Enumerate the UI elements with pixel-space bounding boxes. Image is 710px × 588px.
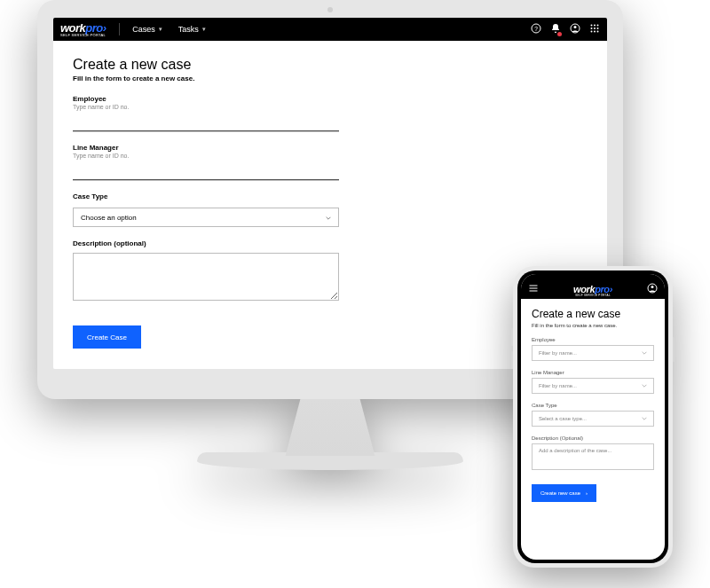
description-label: Description (optional) [73,239,588,247]
topbar-icons: ? [531,23,600,35]
svg-point-4 [591,25,593,27]
nav-tasks-label: Tasks [178,25,199,34]
divider [119,23,120,35]
line-manager-label: Line Manager [73,144,588,152]
case-type-value: Choose an option [81,214,137,222]
brand-tagline: SELF SERVICE PORTAL [575,294,611,297]
line-manager-label: Line Manager [532,370,654,375]
nav-tasks[interactable]: Tasks ▾ [178,25,206,34]
description-field: Description (Optional) Add a description… [532,435,654,470]
nav-cases[interactable]: Cases ▾ [132,25,162,34]
svg-point-7 [591,27,593,29]
phone-screen: workpro› SELF SERVICE PORTAL Create a ne… [521,274,665,560]
phone-frame: workpro› SELF SERVICE PORTAL Create a ne… [513,266,673,568]
employee-label: Employee [532,337,654,342]
phone-volume-down [511,351,513,369]
svg-point-5 [594,25,596,27]
chevron-down-icon [326,215,331,220]
account-icon[interactable] [570,23,580,35]
case-type-select[interactable]: Select a case type... [532,411,654,427]
description-label: Description (Optional) [532,435,654,441]
hamburger-icon[interactable] [528,281,539,297]
employee-field: Employee Type name or ID no. [73,95,588,131]
chevron-down-icon [642,416,647,421]
employee-field: Employee Filter by name... [532,337,654,361]
case-type-field: Case Type Choose an option [73,192,588,227]
svg-point-9 [597,27,599,29]
case-type-label: Case Type [73,192,588,200]
svg-point-17 [651,286,654,288]
line-manager-placeholder: Filter by name... [539,383,577,388]
description-field: Description (optional) [73,239,588,304]
account-icon[interactable] [647,281,658,297]
apps-grid-icon[interactable] [589,23,600,35]
desktop-topbar: work pro › SELF SERVICE PORTAL Cases ▾ T [53,18,607,41]
help-icon[interactable]: ? [531,23,541,35]
chevron-right-icon: › [586,490,588,496]
case-type-label: Case Type [532,403,654,408]
page-title: Create a new case [532,308,654,320]
brand-logo: workpro› SELF SERVICE PORTAL [573,284,612,297]
create-case-button[interactable]: Create Case [73,325,141,349]
create-case-button-label: Create Case [87,333,127,341]
create-new-case-button-label: Create new case [540,490,580,496]
case-type-placeholder: Select a case type... [539,416,587,421]
page-title: Create a new case [73,57,588,73]
create-new-case-button[interactable]: Create new case › [532,484,596,502]
svg-point-11 [594,31,596,33]
chevron-down-icon: ▾ [159,26,162,33]
line-manager-field: Line Manager Filter by name... [532,370,654,394]
phone-notch [561,270,625,283]
page-subtitle: Fill in the form to create a new case. [532,323,654,328]
monitor-camera [327,7,333,12]
chevron-down-icon [642,350,647,356]
chevron-down-icon [642,383,647,388]
svg-point-12 [597,31,599,33]
description-textarea[interactable]: Add a description of the case... [532,443,654,470]
svg-text:?: ? [534,26,538,32]
brand-logo: work pro › SELF SERVICE PORTAL [60,21,106,37]
chevron-down-icon: ▾ [202,26,206,33]
phone-volume-up [511,328,513,346]
svg-point-6 [597,25,599,27]
description-textarea[interactable] [73,253,339,301]
employee-label: Employee [73,95,588,103]
topnav: Cases ▾ Tasks ▾ [132,25,206,34]
employee-hint: Type name or ID no. [73,104,588,110]
notifications-icon[interactable] [550,23,561,35]
nav-cases-label: Cases [132,25,155,34]
line-manager-field: Line Manager Type name or ID no. [73,144,588,180]
case-type-select[interactable]: Choose an option [73,208,339,227]
svg-point-3 [574,26,577,28]
page-subtitle: Fill in the form to create a new case. [73,74,588,82]
svg-point-8 [594,27,596,29]
line-manager-hint: Type name or ID no. [73,153,588,159]
employee-input[interactable] [73,114,339,131]
phone-power-button [673,337,674,362]
line-manager-input[interactable] [73,162,339,180]
monitor-neck [277,399,383,456]
employee-select[interactable]: Filter by name... [532,345,654,361]
notification-badge [557,32,562,36]
description-placeholder: Add a description of the case... [539,448,611,453]
brand-tagline: SELF SERVICE PORTAL [60,33,106,37]
svg-point-10 [591,31,593,33]
phone-bezel: workpro› SELF SERVICE PORTAL Create a ne… [517,270,668,563]
line-manager-select[interactable]: Filter by name... [532,378,654,394]
employee-placeholder: Filter by name... [539,350,577,356]
case-type-field: Case Type Select a case type... [532,403,654,427]
mobile-content: Create a new case Fill in the form to cr… [521,299,665,511]
